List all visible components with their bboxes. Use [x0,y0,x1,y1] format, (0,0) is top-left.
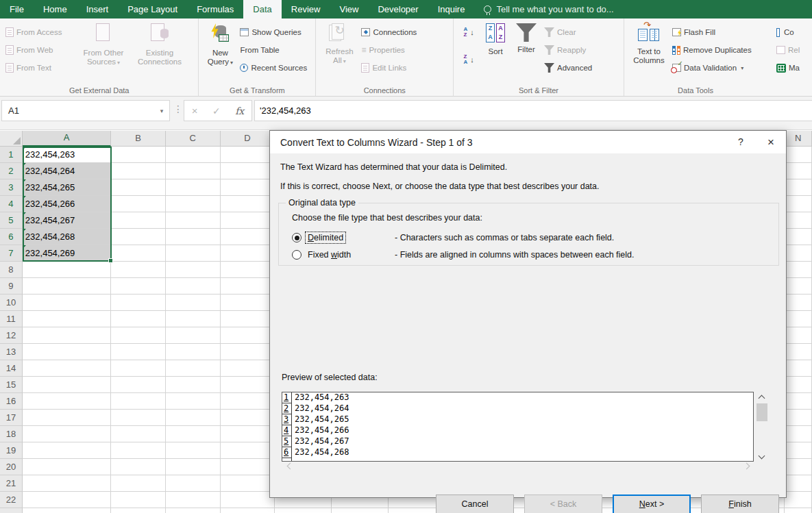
grid-cell-B21[interactable] [111,475,166,492]
grid-cell-D9[interactable] [221,278,275,295]
row-header-1[interactable]: 1 [0,147,23,163]
back-button[interactable]: < Back [524,495,602,513]
column-header-N[interactable]: N [785,131,812,147]
grid-cell-N15[interactable] [785,377,812,393]
grid-cell-C22[interactable] [166,492,221,508]
column-header-B[interactable]: B [111,131,166,147]
name-box-dropdown-icon[interactable]: ▾ [154,108,169,114]
reapply-button[interactable]: Reapply [542,42,605,58]
grid-cell-D18[interactable] [221,426,275,442]
grid-cell-N3[interactable] [785,179,812,196]
next-button[interactable]: Next > [613,495,691,513]
grid-cell-D16[interactable] [221,393,275,410]
grid-cell-C6[interactable] [166,229,221,245]
grid-cell-C3[interactable] [166,179,221,196]
grid-cell-B17[interactable] [111,410,166,426]
grid-cell-B15[interactable] [111,377,166,393]
row-header-13[interactable]: 13 [0,344,23,360]
grid-cell-B11[interactable] [111,311,166,327]
grid-cell-A13[interactable] [23,344,111,360]
grid-cell-N19[interactable] [785,442,812,459]
insert-function-icon[interactable]: fx [235,105,244,116]
grid-cell-N14[interactable] [785,360,812,377]
grid-cell-D5[interactable] [221,212,275,229]
grid-cell-N5[interactable] [785,212,812,229]
grid-cell-N17[interactable] [785,410,812,426]
from-web-button[interactable]: From Web [3,42,76,58]
grid-cell-C9[interactable] [166,278,221,295]
grid-cell-A18[interactable] [23,426,111,442]
connections-button[interactable]: ◆ Connections [359,25,441,40]
grid-cell-D3[interactable] [221,179,275,196]
grid-cell-C12[interactable] [166,327,221,344]
grid-cell-N8[interactable] [785,262,812,278]
grid-cell-D17[interactable] [221,410,275,426]
grid-cell-C14[interactable] [166,360,221,377]
grid-cell-N20[interactable] [785,459,812,475]
grid-cell-D4[interactable] [221,196,275,212]
grid-cell-C10[interactable] [166,295,221,311]
scroll-up-icon[interactable] [759,396,765,401]
grid-cell-N10[interactable] [785,295,812,311]
grid-cell-A14[interactable] [23,360,111,377]
from-table-button[interactable]: From Table [238,42,312,58]
cancel-button[interactable]: Cancel [436,495,514,513]
text-to-columns-button[interactable]: ↷ Text to Columns [628,21,670,65]
edit-links-button[interactable]: Edit Links [359,60,441,75]
recent-sources-button[interactable]: Recent Sources [238,60,312,75]
grid-cell-N6[interactable] [785,229,812,245]
row-header-2[interactable]: 2 [0,163,23,179]
grid-cell-B6[interactable] [111,229,166,245]
grid-cell-B7[interactable] [111,245,166,262]
formula-bar-grip-icon[interactable]: ⋮ [173,103,183,114]
tab-inquire[interactable]: Inquire [428,0,475,18]
tell-me-box[interactable]: Tell me what you want to do... [484,0,613,18]
sort-descending-button[interactable]: ZA↓ [461,52,476,67]
enter-entry-icon[interactable]: ✓ [212,105,221,116]
show-queries-button[interactable]: Show Queries [238,25,312,40]
grid-cell-C2[interactable] [166,163,221,179]
new-query-button[interactable]: New Query▾ [202,21,238,67]
grid-cell-D7[interactable] [221,245,275,262]
row-header-14[interactable]: 14 [0,360,23,377]
grid-cell-A10[interactable] [23,295,111,311]
refresh-all-button[interactable]: ↻ Refresh All▾ [319,21,359,66]
row-header-16[interactable]: 16 [0,393,23,410]
row-header-20[interactable]: 20 [0,459,23,475]
grid-cell-B16[interactable] [111,393,166,410]
grid-cell-D2[interactable] [221,163,275,179]
row-header-15[interactable]: 15 [0,377,23,393]
fixed-width-radio-label[interactable]: Fixed width [306,249,353,260]
grid-cell-C7[interactable] [166,245,221,262]
flash-fill-button[interactable]: Flash Fill [670,25,774,40]
grid-cell-B18[interactable] [111,426,166,442]
grid-cell-A8[interactable] [23,262,111,278]
grid-cell-B22[interactable] [111,492,166,508]
grid-cell-D22[interactable] [221,492,275,508]
column-header-D[interactable]: D [221,131,275,147]
tab-developer[interactable]: Developer [368,0,428,18]
tab-home[interactable]: Home [34,0,77,18]
data-preview-box[interactable]: 1232,454,2632232,454,2643232,454,2654232… [282,392,754,462]
dialog-close-button[interactable]: × [756,131,786,153]
grid-cell-A4[interactable]: 232,454,266 [23,196,111,212]
row-header-9[interactable]: 9 [0,278,23,295]
tab-review[interactable]: Review [282,0,330,18]
grid-cell-D21[interactable] [221,475,275,492]
existing-connections-button[interactable]: Existing Connections [131,21,188,66]
from-text-button[interactable]: From Text [3,60,76,75]
fixed-width-radio[interactable] [292,250,302,260]
preview-vertical-scrollbar[interactable] [755,392,769,462]
grid-cell-D15[interactable] [221,377,275,393]
grid-cell-N23[interactable] [785,508,812,513]
row-header-17[interactable]: 17 [0,410,23,426]
grid-cell-N1[interactable] [785,147,812,163]
grid-cell-A21[interactable] [23,475,111,492]
row-header-3[interactable]: 3 [0,179,23,196]
grid-cell-A16[interactable] [23,393,111,410]
dialog-title-bar[interactable]: Convert Text to Columns Wizard - Step 1 … [270,131,786,153]
row-header-11[interactable]: 11 [0,311,23,327]
grid-cell-N11[interactable] [785,311,812,327]
grid-cell-D13[interactable] [221,344,275,360]
grid-cell-C17[interactable] [166,410,221,426]
